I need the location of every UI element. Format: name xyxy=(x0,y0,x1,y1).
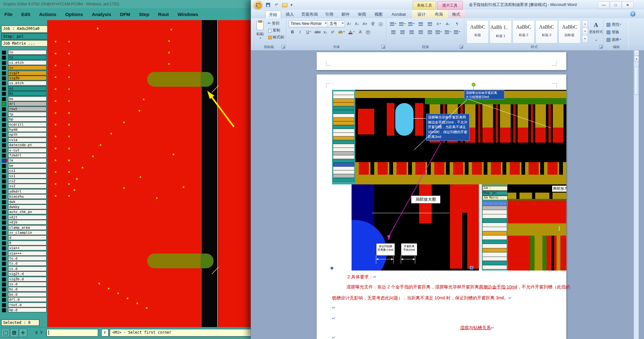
layer-color-indicator[interactable] xyxy=(2,205,6,209)
styles-scroll-down[interactable]: ▾ xyxy=(582,28,588,36)
layer-color-indicator[interactable] xyxy=(2,246,6,250)
office-button[interactable] xyxy=(254,1,262,9)
styles-more-button[interactable]: ▼ xyxy=(582,35,588,43)
layer-color-indicator[interactable] xyxy=(2,154,6,158)
save-button[interactable] xyxy=(265,2,272,8)
layer-color-indicator[interactable] xyxy=(2,308,6,312)
change-styles-button[interactable]: A 更改样式 xyxy=(589,20,603,45)
close-button[interactable]: ✕ xyxy=(622,2,634,9)
layer-row-cs1[interactable]: cs1 xyxy=(0,168,47,173)
layer-row-to[interactable]: to xyxy=(0,50,47,55)
layer-color-indicator[interactable] xyxy=(2,226,6,230)
layer-color-indicator[interactable] xyxy=(2,92,6,96)
layer-color-indicator[interactable] xyxy=(2,128,6,132)
font-superscript-button[interactable]: x² xyxy=(329,29,336,36)
layer-name[interactable]: cs1 xyxy=(8,168,47,173)
layer-row-ss.etch[interactable]: ss.etch xyxy=(0,81,47,86)
layer-name[interactable]: clamp_area xyxy=(8,225,47,230)
layer-row-cvia[interactable]: cvia xyxy=(0,138,47,143)
replace-button[interactable]: 替换 xyxy=(606,29,628,36)
font-family-combo[interactable]: Times New Romar xyxy=(289,20,328,27)
layer-color-indicator[interactable] xyxy=(2,200,6,204)
layer-name[interactable]: ts xyxy=(8,55,47,60)
menu-analysis[interactable]: Analysis xyxy=(92,12,111,17)
style-card-标题 3[interactable]: AaBbC标题 3 xyxy=(536,20,558,43)
font-dialog-launcher[interactable] xyxy=(381,45,385,49)
layer-row-ncdrill[interactable]: ncdrill xyxy=(0,122,47,127)
layer-name[interactable]: datecode-pt xyxy=(8,143,47,147)
undo-button[interactable]: ↶ xyxy=(273,2,280,8)
layer-row-auto_chk_pn[interactable]: auto_chk_pn xyxy=(0,210,47,215)
font-character-border-button[interactable]: A xyxy=(377,20,385,27)
paragraph-show-hide-pilcrow-button[interactable]: ¶ xyxy=(452,20,462,27)
layer-name[interactable]: 0 xyxy=(8,241,47,245)
menu-step[interactable]: Step xyxy=(139,12,149,17)
page-current[interactable]: 湿膜曝光菲林开窗距离两侧边金手指10mil，不允许开窗到槽，当距离不满足10mi… xyxy=(317,74,566,339)
snap-toggle-button[interactable] xyxy=(19,329,27,337)
layer-row-dwkby[interactable]: dwkby xyxy=(0,205,47,210)
style-card-标题 2[interactable]: AaBbC标题 2 xyxy=(513,20,535,43)
layer-row-sig2t[interactable]: sig2t xyxy=(0,71,47,76)
layer-row-drl[interactable]: drl xyxy=(0,101,47,107)
layer-row-fzkdrl[interactable]: fzkdrl xyxy=(0,153,47,158)
select-button[interactable]: 选择 xyxy=(606,36,628,43)
layer-row-datecode-pt[interactable]: datecode-pt xyxy=(0,143,47,148)
layer-row-xdjt[interactable]: xdjt xyxy=(0,215,47,220)
cut-button[interactable]: ✂ 剪切 xyxy=(267,20,286,27)
tab-视图[interactable]: 视图 xyxy=(371,11,386,18)
layer-color-indicator[interactable] xyxy=(2,184,6,189)
copy-button[interactable]: 复制 xyxy=(267,27,286,34)
layer-row-d[interactable]: d xyxy=(0,235,47,240)
layer-row-ss.d[interactable]: ss.d xyxy=(0,282,47,287)
minimize-button[interactable]: — xyxy=(598,2,610,9)
layer-color-indicator[interactable] xyxy=(2,252,6,256)
font-grow-font-button[interactable]: A↑ xyxy=(345,20,353,27)
format-painter-button[interactable]: 格式刷 xyxy=(267,34,286,41)
menu-actions[interactable]: Actions xyxy=(39,12,56,17)
menu-dfm[interactable]: DFM xyxy=(120,12,130,17)
layer-row-sig3b.d[interactable]: sig3b.d xyxy=(0,277,47,282)
vertical-scrollbar[interactable]: ≡ ▲ xyxy=(634,50,639,339)
layer-name[interactable]: hydd xyxy=(8,127,47,132)
tab-Acrobat[interactable]: Acrobat xyxy=(388,11,409,18)
font-strikethrough-button[interactable]: abe xyxy=(314,29,321,36)
layer-name[interactable]: dwk xyxy=(8,200,47,204)
layer-color-indicator[interactable] xyxy=(2,81,6,85)
layer-name[interactable]: ncdrill xyxy=(8,122,47,127)
layer-row-hydd[interactable]: hydd xyxy=(0,127,47,132)
grid-toggle-button[interactable] xyxy=(10,329,19,337)
maximize-button[interactable]: □ xyxy=(610,2,622,9)
tab-格式[interactable]: 格式 xyxy=(449,11,464,18)
layer-color-indicator[interactable] xyxy=(2,277,6,282)
clipboard-dialog-launcher[interactable] xyxy=(281,45,285,49)
layer-color-indicator[interactable] xyxy=(2,303,6,307)
layer-color-indicator[interactable] xyxy=(2,241,6,245)
layer-name[interactable]: ss xyxy=(8,86,47,91)
layer-row-via++[interactable]: via++ xyxy=(0,246,47,251)
font-text-highlight-button[interactable]: ab xyxy=(336,29,347,36)
layer-name[interactable]: tp xyxy=(8,112,47,117)
layer-row-sig2t.d[interactable]: sig2t.d xyxy=(0,271,47,276)
layer-color-indicator[interactable] xyxy=(2,195,6,199)
layer-name[interactable]: bp xyxy=(8,117,47,122)
layer-color-indicator[interactable] xyxy=(2,272,6,276)
paragraph-bullets-button[interactable] xyxy=(389,20,398,27)
font-subscript-button[interactable]: x₂ xyxy=(321,29,329,36)
layer-color-indicator[interactable] xyxy=(2,149,6,153)
layer-color-indicator[interactable] xyxy=(2,174,6,178)
tab-开始[interactable]: 开始 xyxy=(265,11,281,18)
layer-row-bo[interactable]: bo xyxy=(0,96,47,101)
tab-引用[interactable]: 引用 xyxy=(322,11,336,18)
layer-row-sig3b[interactable]: sig3b xyxy=(0,76,47,81)
layer-name[interactable]: bs xyxy=(8,91,47,96)
paragraph-numbering-button[interactable] xyxy=(398,20,407,27)
font-size-combo[interactable]: 五号 xyxy=(328,20,345,27)
layer-name[interactable]: drl.d xyxy=(8,297,47,302)
qat-more-button[interactable]: ▾ xyxy=(289,2,294,8)
scrollbar-thumb[interactable] xyxy=(634,67,639,95)
layer-row-ss1[interactable]: ss1 xyxy=(0,174,47,179)
tab-插入[interactable]: 插入 xyxy=(283,11,297,18)
paragraph-justify-button[interactable] xyxy=(416,29,425,36)
styles-scroll-up[interactable]: ▴ xyxy=(582,20,588,28)
layer-row-to.d[interactable]: to.d xyxy=(0,256,47,261)
